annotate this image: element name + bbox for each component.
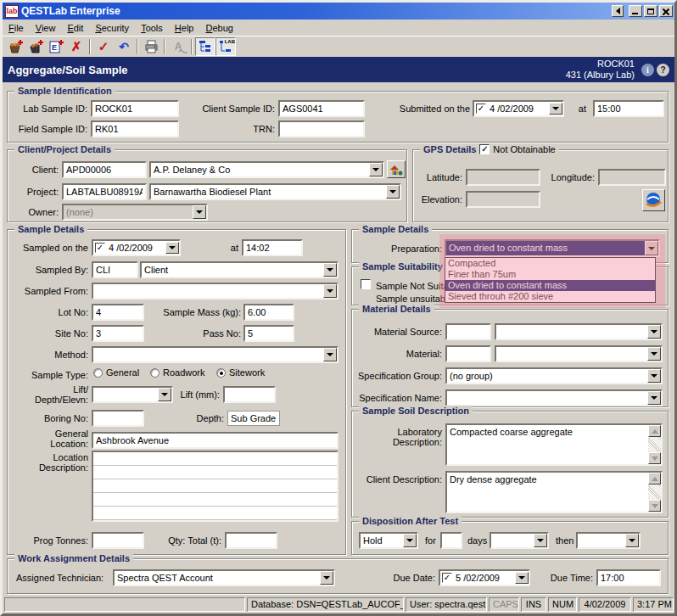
depth-input[interactable] bbox=[227, 411, 280, 426]
undo-button[interactable]: ↶ bbox=[114, 37, 134, 56]
disposition-action-combo[interactable]: Hold bbox=[359, 532, 418, 549]
scroll-down-icon[interactable] bbox=[648, 500, 661, 512]
material-code-input[interactable] bbox=[445, 345, 491, 362]
lot-no-input[interactable] bbox=[92, 304, 144, 321]
due-date-dropdown[interactable] bbox=[515, 572, 529, 584]
disposition-then-dropdown[interactable] bbox=[625, 534, 639, 547]
sitework-radio[interactable] bbox=[216, 368, 226, 378]
project-code-input[interactable] bbox=[62, 183, 147, 200]
submitted-time-input[interactable] bbox=[593, 100, 664, 117]
due-date-picker[interactable]: ✓ 5 /02/2009 bbox=[439, 569, 530, 586]
scrollbar[interactable] bbox=[648, 425, 661, 464]
material-source-dropdown[interactable] bbox=[647, 325, 661, 339]
field-sample-id-input[interactable] bbox=[91, 120, 179, 137]
sampled-date-picker[interactable]: ✓ 4 /02/2009 bbox=[92, 239, 181, 256]
commit-button[interactable]: ✓ bbox=[93, 37, 114, 56]
info-icon[interactable]: i bbox=[641, 64, 654, 76]
tree-view-button[interactable] bbox=[195, 37, 215, 56]
new-test-button[interactable]: E bbox=[46, 37, 66, 56]
lift-mm-input[interactable] bbox=[223, 386, 276, 403]
material-dropdown[interactable] bbox=[647, 347, 661, 361]
close-button[interactable] bbox=[659, 5, 673, 17]
sampled-from-combo[interactable] bbox=[92, 283, 338, 300]
new-specimen-button[interactable] bbox=[25, 37, 46, 56]
preparation-option[interactable]: Compacted bbox=[445, 258, 655, 269]
site-no-input[interactable] bbox=[92, 325, 144, 342]
client-description-textarea[interactable]: Dry dense aggregate bbox=[445, 471, 663, 513]
technician-combo[interactable]: Spectra QEST Account bbox=[113, 569, 335, 586]
disposition-days-input[interactable] bbox=[440, 532, 462, 549]
map-button[interactable] bbox=[642, 189, 665, 211]
menu-edit[interactable]: Edit bbox=[61, 21, 89, 35]
sample-mass-input[interactable] bbox=[243, 304, 294, 321]
general-location-input[interactable] bbox=[92, 432, 338, 449]
sampled-date-dropdown[interactable] bbox=[165, 242, 179, 254]
sample-type-general-option[interactable]: General bbox=[93, 367, 139, 378]
menu-view[interactable]: View bbox=[30, 21, 62, 35]
disposition-days-combo[interactable] bbox=[490, 532, 549, 549]
due-date-checkbox[interactable]: ✓ bbox=[442, 573, 452, 583]
sampled-time-input[interactable] bbox=[242, 239, 303, 256]
sample-type-sitework-option[interactable]: Sitework bbox=[216, 367, 265, 378]
new-sample-button[interactable] bbox=[5, 37, 25, 56]
sampled-date-checkbox[interactable]: ✓ bbox=[95, 243, 105, 253]
delete-button[interactable]: ✗ bbox=[66, 37, 87, 56]
preparation-option-selected[interactable]: Oven dried to constant mass bbox=[445, 280, 655, 291]
sample-type-roadwork-option[interactable]: Roadwork bbox=[150, 367, 205, 378]
qty-total-input[interactable] bbox=[225, 532, 277, 549]
submitted-date-dropdown[interactable] bbox=[549, 103, 562, 115]
maximize-button[interactable] bbox=[644, 5, 657, 17]
lab-sample-id-input[interactable] bbox=[91, 100, 179, 117]
scroll-up-icon[interactable] bbox=[648, 473, 661, 484]
preparation-combo[interactable]: Oven dried to constant mass bbox=[445, 239, 660, 257]
menu-tools[interactable]: Tools bbox=[135, 21, 169, 35]
project-name-combo[interactable]: Barnawartha Biodiesel Plant bbox=[149, 183, 401, 200]
spellcheck-button[interactable]: A bbox=[168, 37, 188, 56]
menu-debug[interactable]: Debug bbox=[199, 21, 238, 35]
lab-description-textarea[interactable]: Compacted coarse aggregate bbox=[445, 423, 663, 466]
spec-name-dropdown[interactable] bbox=[647, 391, 661, 405]
disposition-action-dropdown[interactable] bbox=[403, 534, 417, 547]
submitted-date-picker[interactable]: ✓ 4 /02/2009 bbox=[473, 100, 564, 117]
scrollbar[interactable] bbox=[648, 473, 661, 512]
sampled-from-dropdown[interactable] bbox=[323, 284, 337, 298]
client-name-combo[interactable]: A.P. Delaney & Co bbox=[149, 161, 384, 178]
client-lookup-button[interactable] bbox=[387, 160, 406, 178]
scroll-up-icon[interactable] bbox=[648, 425, 661, 437]
menu-file[interactable]: File bbox=[3, 21, 30, 35]
preparation-option[interactable]: Finer than 75um bbox=[445, 269, 655, 280]
technician-dropdown[interactable] bbox=[320, 571, 333, 585]
not-suitable-checkbox[interactable] bbox=[361, 279, 371, 289]
material-combo[interactable] bbox=[495, 345, 663, 362]
trn-input[interactable] bbox=[278, 120, 365, 137]
method-combo[interactable] bbox=[92, 346, 338, 363]
collapse-button[interactable] bbox=[612, 5, 624, 17]
prog-tonnes-input[interactable] bbox=[92, 532, 144, 549]
menu-help[interactable]: Help bbox=[169, 21, 200, 35]
material-source-code-input[interactable] bbox=[445, 323, 491, 340]
preparation-dropdown[interactable] bbox=[645, 241, 658, 255]
disposition-then-combo[interactable] bbox=[576, 532, 641, 549]
general-radio[interactable] bbox=[93, 368, 103, 378]
sampled-by-dropdown[interactable] bbox=[323, 263, 337, 277]
client-sample-id-input[interactable] bbox=[278, 100, 365, 117]
lift-depth-combo[interactable] bbox=[92, 386, 173, 403]
disposition-days-dropdown[interactable] bbox=[534, 534, 547, 547]
roadwork-radio[interactable] bbox=[150, 368, 159, 378]
lift-depth-dropdown[interactable] bbox=[158, 388, 171, 401]
preparation-option[interactable]: Sieved throuh #200 sieve bbox=[445, 291, 655, 302]
location-description-textarea[interactable] bbox=[92, 451, 338, 522]
material-source-combo[interactable] bbox=[495, 323, 663, 340]
sampled-by-combo[interactable]: Client bbox=[140, 261, 338, 278]
due-time-input[interactable] bbox=[596, 569, 661, 586]
spec-name-combo[interactable] bbox=[445, 389, 663, 406]
client-dropdown[interactable] bbox=[369, 163, 383, 176]
lab-tree-view-button[interactable]: LAB bbox=[215, 37, 236, 56]
project-dropdown[interactable] bbox=[386, 185, 400, 199]
menu-security[interactable]: Security bbox=[89, 21, 135, 35]
method-dropdown[interactable] bbox=[323, 348, 337, 361]
minimize-button[interactable] bbox=[629, 5, 642, 17]
boring-no-input[interactable] bbox=[92, 410, 144, 427]
submitted-date-checkbox[interactable]: ✓ bbox=[476, 104, 486, 114]
scroll-down-icon[interactable] bbox=[648, 452, 661, 464]
